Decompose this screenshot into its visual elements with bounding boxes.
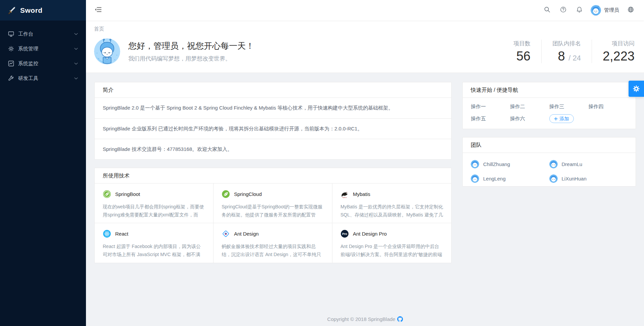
tech-cell-antdesignpro: Pro Ant Design Pro Ant Design Pro 是一个企业级… [332, 223, 451, 263]
tech-name: React [115, 231, 128, 237]
intro-card: 简介 SpringBlade 2.0 是一个基于 Spring Boot 2 &… [94, 82, 452, 160]
quick-link-2[interactable]: 操作二 [510, 104, 549, 110]
tech-cell-springcloud: SpringCloud SpringCloud是基于SpringBoot的一整套… [214, 184, 332, 223]
add-button[interactable]: 添加 [549, 114, 574, 123]
tech-name: Mybatis [353, 191, 370, 197]
intro-card-title: 简介 [95, 82, 451, 98]
monitor-icon [8, 31, 14, 37]
breadcrumb-home-link[interactable]: 首页 [94, 26, 104, 32]
question-circle-icon [560, 6, 566, 14]
main-area: 管理员 首页 [86, 0, 644, 326]
tech-card: 所使用技术 [94, 168, 452, 263]
sidebar-item-label: 工作台 [18, 31, 74, 37]
tech-card-title: 所使用技术 [95, 168, 451, 184]
member-avatar [471, 174, 479, 183]
sidebar-menu: 工作台 系统管理 [0, 21, 86, 86]
tech-cell-react: React React 起源于 Facebook 的内部项目，因为该公司对市场上… [95, 223, 214, 263]
stat-label: 项目数 [513, 40, 531, 47]
help-button[interactable] [556, 4, 570, 17]
language-button[interactable] [624, 4, 637, 17]
settings-gear-icon [632, 85, 640, 93]
member-avatar [549, 160, 558, 168]
left-column: 简介 SpringBlade 2.0 是一个基于 Spring Boot 2 &… [94, 82, 452, 263]
sidebar-item-workbench[interactable]: 工作台 [0, 27, 86, 41]
stat-label: 团队内排名 [552, 40, 581, 47]
stat-label: 项目访问 [603, 40, 635, 47]
sidebar-item-system-monitor[interactable]: 系统监控 [0, 56, 86, 71]
stat-visits: 项目访问 2,223 [592, 40, 636, 64]
theme-settings-button[interactable] [629, 81, 644, 97]
wrench-icon [8, 75, 14, 81]
mybatis-icon: MyBatis [340, 190, 349, 198]
github-icon[interactable] [397, 316, 403, 322]
springboot-icon [103, 190, 111, 198]
notifications-button[interactable] [572, 4, 586, 17]
member-name: LengLeng [483, 176, 506, 181]
copyright-text: Copyright © 2018 SpringBlade [327, 316, 396, 322]
page-header: 首页 [86, 21, 644, 73]
sidebar-item-system-management[interactable]: 系统管理 [0, 41, 86, 56]
antdesignpro-icon: Pro [340, 230, 349, 238]
stat-total: / 24 [568, 54, 581, 62]
user-menu[interactable]: 管理员 [589, 5, 621, 15]
tech-desc: React 起源于 Facebook 的内部项目，因为该公司对市场上所有 Jav… [103, 242, 205, 259]
bell-icon [576, 6, 583, 14]
antdesign-icon [222, 230, 230, 238]
welcome-motto: 我们用代码编写梦想，用梦想改变世界。 [128, 55, 254, 63]
plus-icon [554, 117, 558, 121]
chart-icon [8, 60, 14, 67]
sidebar-item-label: 研发工具 [18, 75, 74, 82]
right-column: 快速开始 / 便捷导航 操作一 操作二 操作三 操作四 操作五 操作六 [462, 82, 636, 187]
sidebar: Sword 工作台 [0, 0, 86, 326]
intro-paragraph: SpringBlade 企业版系列 已通过长时间生产环境的考验，现将其拆分出基础… [95, 118, 451, 139]
quick-link-6[interactable]: 操作六 [510, 116, 549, 122]
content: 简介 SpringBlade 2.0 是一个基于 Spring Boot 2 &… [86, 73, 644, 326]
quick-link-3[interactable]: 操作三 [549, 104, 589, 110]
welcome-greeting: 您好，管理员，祝您开心每一天！ [128, 40, 254, 51]
tech-cell-mybatis: MyBatis Mybatis MyBatis 是一款优秀的持久层框架，它支持定… [332, 184, 451, 223]
menu-fold-button[interactable] [95, 4, 102, 17]
menu-fold-icon [95, 6, 102, 14]
tech-desc: 蚂蚁金服体验技术部经过大量的项目实践和总结，沉淀出设计语言 Ant Design… [222, 242, 324, 259]
member-avatar [471, 160, 479, 168]
sidebar-item-dev-tools[interactable]: 研发工具 [0, 71, 86, 86]
search-icon [544, 6, 550, 14]
tech-desc: Ant Design Pro 是一个企业级开箱即用的中后台前端/设计解决方案。符… [340, 242, 443, 258]
username: 管理员 [604, 7, 619, 13]
logo[interactable]: Sword [0, 0, 86, 21]
tech-name: SpringBoot [115, 191, 140, 197]
chevron-down-icon [74, 77, 78, 80]
search-button[interactable] [540, 4, 554, 17]
stat-rank: 团队内排名 8 / 24 [541, 40, 592, 64]
chevron-down-icon [74, 33, 78, 35]
team-member[interactable]: LiXunHuan [549, 174, 628, 183]
team-member[interactable]: LengLeng [471, 174, 549, 183]
springcloud-icon [222, 190, 230, 198]
team-member[interactable]: ChillZhuang [471, 160, 549, 168]
quick-link-1[interactable]: 操作一 [471, 104, 510, 110]
welcome-avatar [94, 38, 120, 65]
quick-link-5[interactable]: 操作五 [471, 116, 510, 122]
chevron-down-icon [74, 48, 78, 50]
sidebar-item-label: 系统监控 [18, 60, 74, 67]
tech-name: Ant Design [234, 231, 259, 237]
globe-icon [628, 6, 634, 14]
quick-start-card: 快速开始 / 便捷导航 操作一 操作二 操作三 操作四 操作五 操作六 [462, 82, 636, 129]
tech-name: Ant Design Pro [353, 231, 387, 237]
quick-link-4[interactable]: 操作四 [588, 104, 628, 110]
tech-cell-springboot: SpringBoot 现在的web项目几乎都会用到spring框架，而要使用sp… [95, 184, 214, 223]
member-name: LiXunHuan [562, 176, 587, 181]
intro-paragraph: SpringBlade 2.0 是一个基于 Spring Boot 2 & Sp… [95, 98, 451, 118]
react-icon [103, 230, 111, 238]
team-member[interactable]: DreamLu [549, 160, 628, 168]
stat-value: 56 [513, 49, 531, 64]
stat-projects: 项目数 56 [503, 40, 541, 64]
gear-icon [8, 46, 14, 52]
tech-grid: SpringBoot 现在的web项目几乎都会用到spring框架，而要使用sp… [95, 184, 451, 263]
top-bar: 管理员 [86, 0, 644, 21]
sidebar-item-label: 系统管理 [18, 46, 74, 52]
tech-desc: MyBatis 是一款优秀的持久层框架，它支持定制化 SQL、存储过程以及高级映… [340, 203, 443, 219]
tech-name: SpringCloud [234, 191, 262, 197]
stats: 项目数 56 团队内排名 8 / 24 项目访问 2,223 [503, 40, 636, 64]
tech-desc: SpringCloud是基于SpringBoot的一整套实现微服务的框架。他提供… [222, 203, 324, 219]
